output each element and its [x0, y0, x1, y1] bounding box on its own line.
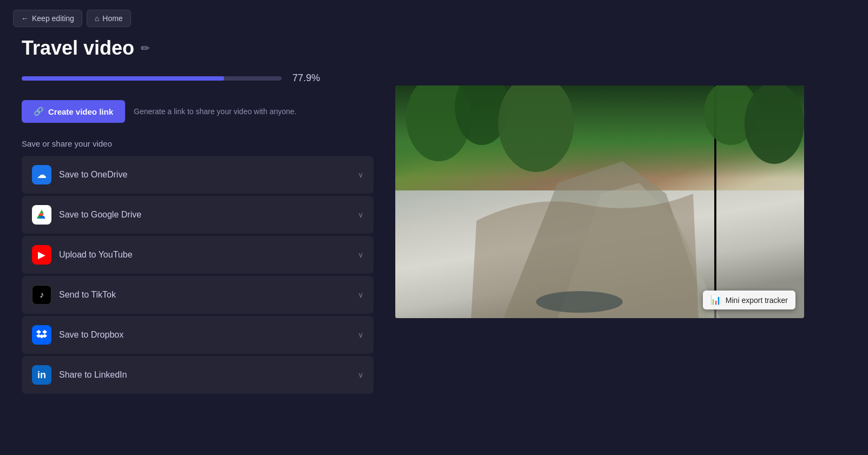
linkedin-icon: in [32, 365, 51, 385]
progress-text: 77.9% [292, 72, 320, 84]
tracker-icon: 📊 [710, 295, 721, 305]
youtube-icon: ▶ [32, 245, 51, 265]
svg-point-7 [745, 85, 804, 164]
share-options: ☁ Save to OneDrive ∨ [22, 156, 374, 394]
keep-editing-label: Keep editing [32, 14, 74, 23]
share-item-dropbox[interactable]: Save to Dropbox ∨ [22, 316, 374, 354]
edit-title-icon[interactable]: ✏ [141, 42, 150, 55]
progress-bar-container [22, 76, 282, 81]
page-title: Travel video [22, 37, 134, 60]
home-button[interactable]: ⌂ Home [87, 10, 131, 27]
chevron-right-icon: ∨ [358, 331, 363, 339]
home-label: Home [102, 14, 122, 23]
tiktok-icon: ♪ [32, 285, 51, 305]
landscape-svg [395, 85, 804, 318]
chevron-right-icon: ∨ [358, 170, 363, 179]
create-link-label: Create video link [48, 107, 113, 116]
create-link-section: 🔗 Create video link Generate a link to s… [22, 100, 374, 123]
share-label: Save or share your video [22, 139, 374, 148]
chevron-right-icon: ∨ [358, 250, 363, 259]
share-item-linkedin[interactable]: in Share to LinkedIn ∨ [22, 356, 374, 394]
mini-export-tracker-badge[interactable]: 📊 Mini export tracker [703, 291, 795, 309]
youtube-label: Upload to YouTube [59, 250, 133, 260]
video-preview: 📊 Mini export tracker [395, 85, 804, 318]
link-description: Generate a link to share your video with… [134, 107, 296, 116]
dropbox-icon [32, 325, 51, 345]
create-video-link-button[interactable]: 🔗 Create video link [22, 100, 125, 123]
progress-bar-fill [22, 76, 224, 81]
tiktok-label: Send to TikTok [59, 290, 116, 300]
chevron-right-icon: ∨ [358, 291, 363, 299]
share-item-youtube[interactable]: ▶ Upload to YouTube ∨ [22, 236, 374, 274]
landscape-image [395, 85, 804, 318]
chevron-right-icon: ∨ [358, 210, 363, 219]
share-item-gdrive[interactable]: Save to Google Drive ∨ [22, 196, 374, 234]
dropbox-label: Save to Dropbox [59, 330, 123, 340]
gdrive-icon [32, 205, 51, 225]
onedrive-icon: ☁ [32, 165, 51, 184]
svg-point-2 [498, 85, 574, 172]
home-icon: ⌂ [95, 14, 99, 23]
page-title-row: Travel video ✏ [22, 37, 374, 60]
gdrive-label: Save to Google Drive [59, 210, 141, 220]
link-chain-icon: 🔗 [34, 107, 44, 116]
share-item-tiktok[interactable]: ♪ Send to TikTok ∨ [22, 276, 374, 314]
keep-editing-button[interactable]: ← Keep editing [13, 10, 82, 27]
left-panel: Travel video ✏ 77.9% 🔗 Create video link… [22, 37, 374, 394]
linkedin-label: Share to LinkedIn [59, 370, 127, 380]
tracker-label: Mini export tracker [726, 296, 788, 305]
share-item-onedrive[interactable]: ☁ Save to OneDrive ∨ [22, 156, 374, 194]
right-panel: 📊 Mini export tracker [395, 37, 846, 394]
back-arrow-icon: ← [21, 14, 29, 23]
chevron-right-icon: ∨ [358, 371, 363, 379]
onedrive-label: Save to OneDrive [59, 170, 127, 180]
top-nav: ← Keep editing ⌂ Home [0, 0, 868, 37]
progress-section: 77.9% [22, 72, 374, 84]
main-content: Travel video ✏ 77.9% 🔗 Create video link… [0, 37, 868, 394]
